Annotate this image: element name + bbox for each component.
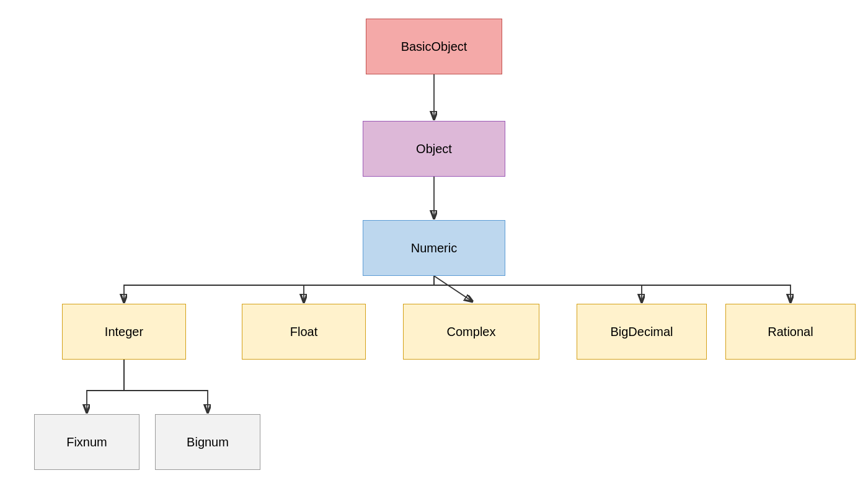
node-numeric: Numeric bbox=[363, 220, 505, 276]
node-fixnum: Fixnum bbox=[34, 414, 140, 470]
node-basicobject: BasicObject bbox=[366, 19, 502, 74]
node-integer: Integer bbox=[62, 304, 186, 360]
node-rational: Rational bbox=[725, 304, 856, 360]
svg-line-2 bbox=[434, 276, 471, 301]
node-object: Object bbox=[363, 121, 505, 177]
node-float: Float bbox=[242, 304, 366, 360]
node-complex: Complex bbox=[403, 304, 539, 360]
class-hierarchy-diagram: BasicObject Object Numeric Integer Float… bbox=[0, 0, 868, 491]
node-bignum: Bignum bbox=[155, 414, 260, 470]
node-bigdecimal: BigDecimal bbox=[577, 304, 707, 360]
